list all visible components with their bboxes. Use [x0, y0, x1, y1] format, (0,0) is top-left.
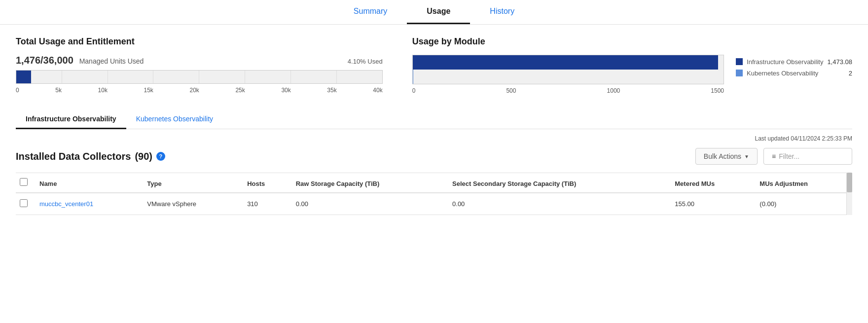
installed-collectors-header-right: Bulk Actions ▼ ≡ Filter... — [695, 148, 852, 165]
total-usage-bar-grid — [16, 71, 382, 83]
row-mus-adjustment: (0.00) — [754, 193, 852, 215]
module-bar-fill-k8s — [413, 70, 413, 84]
bar-label-35k: 35k — [327, 87, 336, 94]
bar-label-10k: 10k — [98, 87, 108, 94]
grid-cell-7 — [291, 71, 337, 83]
module-label-0: 0 — [412, 87, 416, 94]
charts-row: Total Usage and Entitlement 1,476/36,000… — [16, 36, 852, 94]
row-type: VMware vSphere — [141, 193, 241, 215]
total-usage-bar — [16, 70, 383, 84]
module-usage-section: Usage by Module 0 500 1000 1500 Infrastr… — [412, 36, 852, 94]
bulk-actions-button[interactable]: Bulk Actions ▼ — [695, 148, 758, 165]
module-chart-area: Usage by Module 0 500 1000 1500 — [412, 36, 724, 94]
usage-amount: 1,476/36,000 — [16, 55, 73, 66]
filter-placeholder: Filter... — [779, 152, 799, 160]
module-bar-labels: 0 500 1000 1500 — [412, 87, 724, 94]
usage-label-text: Managed Units Used — [79, 57, 144, 65]
tab-history[interactable]: History — [470, 0, 534, 24]
table-row: muccbc_vcenter01 VMware vSphere 310 0.00… — [16, 193, 852, 215]
grid-cell-8 — [337, 71, 382, 83]
grid-cell-6 — [245, 71, 291, 83]
bar-label-0: 0 — [16, 87, 19, 94]
col-name: Name — [34, 173, 141, 193]
tab-infra-observability[interactable]: Infrastructure Observability — [16, 110, 126, 129]
module-label-1000: 1000 — [607, 87, 620, 94]
total-usage-title: Total Usage and Entitlement — [16, 36, 383, 47]
legend-label-k8s: Kubernetes Observability — [747, 70, 845, 77]
usage-amount-label: 1,476/36,000 Managed Units Used — [16, 55, 144, 66]
grid-cell-2 — [62, 71, 108, 83]
module-label-1500: 1500 — [711, 87, 724, 94]
usage-percent: 4.10% Used — [348, 58, 383, 65]
row-name[interactable]: muccbc_vcenter01 — [34, 193, 141, 215]
col-hosts: Hosts — [241, 173, 290, 193]
legend-value-infra: 1,473.08 — [827, 58, 852, 66]
filter-icon: ≡ — [772, 152, 776, 160]
total-usage-section: Total Usage and Entitlement 1,476/36,000… — [16, 36, 383, 94]
module-label-500: 500 — [506, 87, 516, 94]
table-header-row: Name Type Hosts Raw Storage Capacity (Ti… — [16, 173, 852, 193]
bar-label-40k: 40k — [373, 87, 382, 94]
row-hosts: 310 — [241, 193, 290, 215]
bar-label-15k: 15k — [144, 87, 153, 94]
select-all-checkbox[interactable] — [20, 178, 28, 186]
grid-cell-3 — [108, 71, 154, 83]
bar-label-20k: 20k — [189, 87, 199, 94]
installed-collectors-header-left: Installed Data Collectors (90) ? — [16, 151, 165, 162]
legend-value-k8s: 2 — [849, 70, 852, 77]
bar-label-5k: 5k — [55, 87, 62, 94]
installed-collectors-header: Installed Data Collectors (90) ? Bulk Ac… — [16, 148, 852, 165]
installed-collectors-count: (90) — [135, 151, 152, 162]
legend-label-infra: Infrastructure Observability — [747, 58, 823, 66]
tab-k8s-observability[interactable]: Kubernetes Observability — [126, 110, 223, 129]
row-metered-mus: 155.00 — [669, 193, 754, 215]
grid-cell-4 — [153, 71, 199, 83]
col-mus-adjustment: MUs Adjustmen — [754, 173, 852, 193]
chevron-down-icon: ▼ — [744, 154, 749, 159]
usage-header: 1,476/36,000 Managed Units Used 4.10% Us… — [16, 55, 383, 66]
legend-color-k8s — [736, 70, 743, 76]
module-legend: Infrastructure Observability 1,473.08 Ku… — [736, 36, 852, 94]
legend-item-k8s: Kubernetes Observability 2 — [736, 70, 852, 77]
module-usage-title: Usage by Module — [412, 36, 724, 47]
row-checkbox-cell — [16, 193, 34, 215]
sub-tabs: Infrastructure Observability Kubernetes … — [16, 110, 852, 129]
tab-summary[interactable]: Summary — [334, 0, 407, 24]
col-secondary-storage: Select Secondary Storage Capacity (TiB) — [446, 173, 669, 193]
table-header: Name Type Hosts Raw Storage Capacity (Ti… — [16, 173, 852, 193]
row-raw-storage: 0.00 — [290, 193, 446, 215]
row-secondary-storage: 0.00 — [446, 193, 669, 215]
total-usage-bar-labels: 0 5k 10k 15k 20k 25k 30k 35k 40k — [16, 87, 383, 94]
col-metered-mus: Metered MUs — [669, 173, 754, 193]
table-scrollbar[interactable] — [846, 173, 852, 215]
scroll-thumb[interactable] — [847, 173, 852, 192]
filter-input-container[interactable]: ≡ Filter... — [763, 148, 852, 165]
module-bar-fill-infra — [413, 55, 718, 70]
table-scroll-area: Name Type Hosts Raw Storage Capacity (Ti… — [16, 173, 852, 215]
grid-cell-1 — [16, 71, 62, 83]
col-raw-storage: Raw Storage Capacity (TiB) — [290, 173, 446, 193]
bulk-actions-label: Bulk Actions — [704, 152, 741, 160]
collectors-table: Name Type Hosts Raw Storage Capacity (Ti… — [16, 173, 852, 215]
tab-usage[interactable]: Usage — [407, 0, 470, 24]
bar-label-30k: 30k — [281, 87, 290, 94]
last-updated: Last updated 04/11/2024 2:25:33 PM — [16, 135, 852, 142]
legend-color-infra — [736, 58, 743, 65]
table-body: muccbc_vcenter01 VMware vSphere 310 0.00… — [16, 193, 852, 215]
help-icon[interactable]: ? — [156, 152, 165, 161]
col-type: Type — [141, 173, 241, 193]
installed-collectors-title: Installed Data Collectors — [16, 151, 131, 162]
module-usage-bar — [412, 55, 724, 84]
grid-cell-5 — [199, 71, 245, 83]
main-content: Total Usage and Entitlement 1,476/36,000… — [0, 25, 868, 227]
legend-item-infra: Infrastructure Observability 1,473.08 — [736, 58, 852, 66]
col-checkbox — [16, 173, 34, 193]
bar-label-25k: 25k — [235, 87, 245, 94]
top-navigation: Summary Usage History — [0, 0, 868, 25]
row-checkbox[interactable] — [20, 199, 28, 207]
